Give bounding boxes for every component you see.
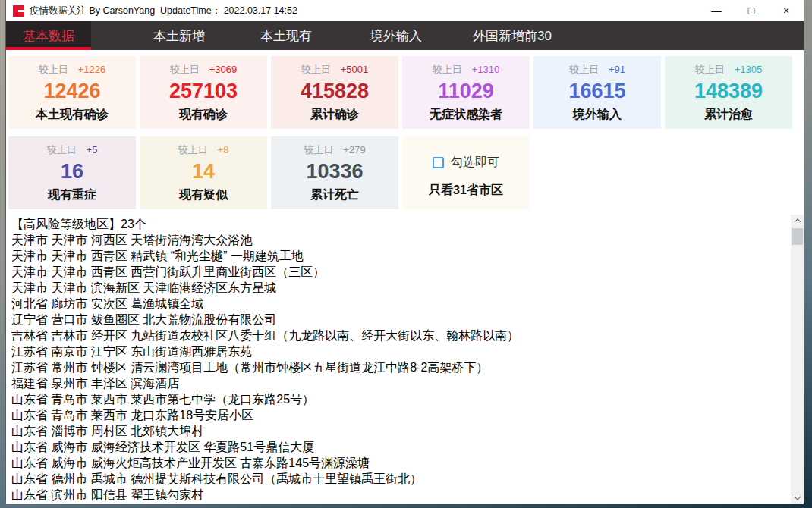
delta-prefix: 较上日 — [433, 64, 462, 74]
delta-value: +5 — [87, 145, 98, 155]
risk-area-row: 江苏省 常州市 钟楼区 清云澜湾项目工地（常州市钟楼区五星街道龙江中路8-2高架… — [11, 359, 785, 375]
stat-card-suspected: 较上日 +8 14 现有疑似 — [140, 136, 267, 209]
risk-area-row: 江苏省 南京市 江宁区 东山街道湖西雅居东苑 — [11, 343, 785, 359]
scroll-down-button[interactable] — [791, 492, 804, 504]
delta-prefix: 较上日 — [178, 145, 208, 155]
risk-area-row: 天津市 天津市 西青区 精武镇 “和光尘樾” 一期建筑工地 — [11, 248, 785, 264]
stat-value: 148389 — [694, 81, 763, 102]
stat-card-active-confirmed: 较上日 +3069 257103 现有确诊 — [140, 56, 267, 129]
title-bar: 疫情数据关注 By CarsonYang UpdateTime： 2022.03… — [6, 0, 804, 21]
risk-area-row: 山东省 威海市 威海火炬高技术产业开发区 古寨东路145号渊源澡塘 — [11, 455, 785, 471]
stat-value: 415828 — [301, 81, 369, 102]
stat-card-cumulative-cured: 较上日 +1305 148389 累计治愈 — [665, 56, 792, 129]
chevron-up-icon — [794, 218, 800, 224]
tab-bar: 基本数据 本土新增 本土现有 境外输入 外国新增前30 — [6, 21, 804, 50]
maximize-button[interactable]: □ — [734, 0, 769, 21]
delta-prefix: 较上日 — [170, 64, 200, 74]
stat-card-cumulative-confirmed: 较上日 +5001 415828 累计确诊 — [271, 56, 398, 129]
stat-label: 境外输入 — [573, 108, 622, 121]
delta-prefix: 较上日 — [569, 64, 599, 74]
delta-prefix: 较上日 — [695, 64, 725, 74]
risk-area-row: 吉林省 吉林市 经开区 九站街道农校社区八委十组（九龙路以南、经开大街以东、翰林… — [11, 328, 785, 343]
risk-area-list: 【高风险等级地区】23个 天津市 天津市 河西区 天塔街清海湾大众浴池 天津市 … — [8, 215, 804, 503]
risk-area-row: 山东省 威海市 威海经济技术开发区 华夏路51号鼎信大厦 — [11, 439, 785, 455]
stats-row-1: 较上日 +1226 12426 本土现有确诊 较上日 +3069 257103 … — [8, 56, 804, 129]
close-button[interactable]: × — [769, 0, 804, 21]
tab-local-new[interactable]: 本土新增 — [153, 21, 205, 50]
tab-local-current[interactable]: 本土现有 — [260, 21, 312, 50]
risk-area-panel: 【高风险等级地区】23个 天津市 天津市 河西区 天塔街清海湾大众浴池 天津市 … — [8, 215, 804, 504]
app-window: 疫情数据关注 By CarsonYang UpdateTime： 2022.03… — [5, 0, 804, 502]
stat-label: 累计治愈 — [704, 108, 753, 121]
stat-value: 12426 — [43, 81, 100, 102]
filter-card-provinces-only: 勾选即可 只看31省市区 — [402, 136, 530, 209]
filter-card-label: 只看31省市区 — [429, 184, 503, 196]
delta-value: +5001 — [341, 64, 369, 74]
delta-value: +279 — [343, 145, 365, 155]
checkbox-hint-label[interactable]: 勾选即可 — [451, 155, 499, 171]
delta-prefix: 较上日 — [301, 64, 331, 74]
delta-prefix: 较上日 — [39, 64, 68, 74]
app-logo-icon — [13, 5, 24, 17]
risk-area-row: 山东省 滨州市 阳信县 翟王镇勾家村 — [11, 487, 785, 503]
stat-label: 无症状感染者 — [430, 108, 502, 121]
stat-label: 现有疑似 — [179, 189, 228, 201]
risk-area-row: 天津市 天津市 滨海新区 天津临港经济区东方星城 — [11, 280, 785, 296]
risk-area-row: 河北省 廊坊市 安次区 葛渔城镇全域 — [11, 296, 785, 312]
stat-card-imported: 较上日 +91 16615 境外输入 — [533, 56, 661, 129]
stat-value: 10336 — [306, 161, 363, 182]
chevron-down-icon — [794, 494, 800, 500]
risk-area-row: 山东省 淄博市 周村区 北郊镇大埠村 — [11, 423, 785, 439]
window-title: 疫情数据关注 By CarsonYang UpdateTime： 2022.03… — [30, 5, 297, 17]
stat-label: 本土现有确诊 — [36, 108, 109, 121]
list-scrollbar[interactable] — [791, 215, 804, 504]
stat-value: 14 — [192, 161, 215, 182]
scroll-up-button[interactable] — [791, 215, 804, 227]
minimize-button[interactable]: — — [699, 0, 734, 21]
stat-card-severe: 较上日 +5 16 现有重症 — [8, 136, 136, 209]
delta-value: +91 — [609, 64, 625, 74]
stat-value: 16 — [61, 161, 83, 182]
tab-basic-data[interactable]: 基本数据 — [6, 21, 91, 50]
risk-list-header: 【高风险等级地区】23个 — [11, 216, 785, 232]
stat-label: 现有确诊 — [179, 108, 228, 121]
risk-area-row: 山东省 青岛市 莱西市 龙口东路18号安居小区 — [11, 407, 785, 423]
risk-area-row: 山东省 青岛市 莱西市 莱西市第七中学（龙口东路25号） — [11, 391, 785, 407]
stat-card-asymptomatic: 较上日 +1310 11029 无症状感染者 — [402, 56, 530, 129]
tab-foreign-new-top30[interactable]: 外国新增前30 — [473, 21, 552, 50]
stat-label: 累计死亡 — [310, 189, 359, 201]
risk-area-row: 福建省 泉州市 丰泽区 滨海酒店 — [11, 375, 785, 391]
delta-prefix: 较上日 — [47, 145, 77, 155]
tab-imported[interactable]: 境外输入 — [370, 21, 422, 50]
risk-area-row: 天津市 天津市 河西区 天塔街清海湾大众浴池 — [11, 232, 785, 248]
stat-card-local-active-confirmed: 较上日 +1226 12426 本土现有确诊 — [8, 56, 136, 129]
stats-row-2: 较上日 +5 16 现有重症 较上日 +8 14 现有疑似 较上日 +279 — [8, 136, 804, 209]
window-controls: — □ × — [699, 0, 804, 21]
stat-value: 257103 — [169, 81, 238, 102]
risk-area-row: 天津市 天津市 西青区 西营门街跃升里商业街西区（三区） — [11, 264, 785, 280]
stat-card-cumulative-deaths: 较上日 +279 10336 累计死亡 — [271, 136, 398, 209]
stat-label: 现有重症 — [48, 189, 96, 201]
stat-label: 累计确诊 — [310, 108, 359, 121]
delta-value: +3069 — [209, 64, 238, 74]
provinces-only-checkbox[interactable] — [433, 157, 444, 168]
delta-value: +1310 — [472, 64, 500, 74]
delta-value: +1226 — [78, 64, 106, 74]
scrollbar-thumb[interactable] — [792, 228, 803, 245]
risk-area-row: 辽宁省 营口市 鲅鱼圈区 北大荒物流股份有限公司 — [11, 312, 785, 328]
delta-value: +8 — [218, 145, 229, 155]
risk-area-row: 山东省 德州市 禹城市 德州提艾斯科技有限公司（禹城市十里望镇禹王街北） — [11, 471, 785, 487]
main-content: 较上日 +1226 12426 本土现有确诊 较上日 +3069 257103 … — [6, 50, 804, 504]
stat-value: 16615 — [568, 81, 625, 102]
delta-value: +1305 — [735, 64, 763, 74]
delta-prefix: 较上日 — [304, 145, 333, 155]
stat-value: 11029 — [438, 81, 494, 102]
